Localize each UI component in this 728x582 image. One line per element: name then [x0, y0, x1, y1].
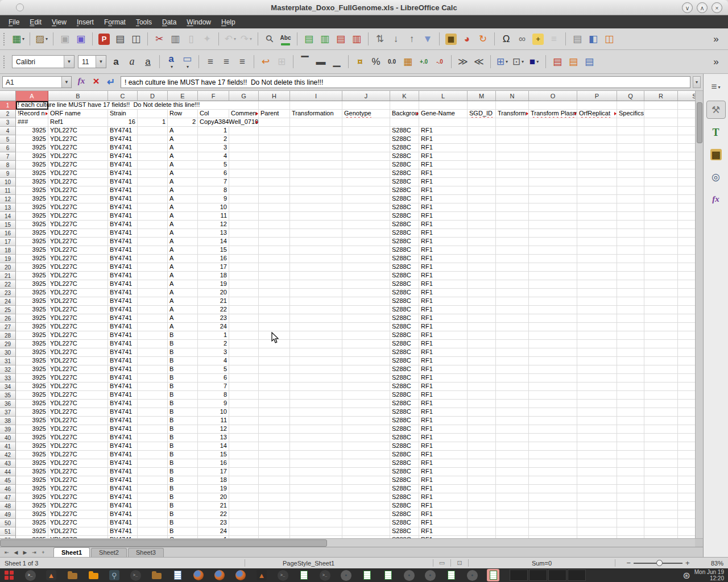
grid-cell[interactable] [644, 383, 678, 391]
grid-cell[interactable] [644, 468, 678, 476]
grid-cell[interactable] [342, 451, 390, 459]
grid-cell[interactable]: 3925 [16, 280, 48, 289]
grid-cell[interactable] [138, 280, 168, 289]
firefox-2-button[interactable] [213, 569, 226, 581]
grid-cell[interactable]: B [168, 331, 198, 340]
grid-cell[interactable] [259, 451, 290, 459]
grid-cell[interactable]: S288C [390, 289, 419, 297]
grid-cell[interactable]: RF1 [419, 212, 468, 221]
grid-cell[interactable]: 22 [198, 306, 229, 314]
grid-cell[interactable] [678, 485, 695, 493]
grid-cell[interactable] [617, 314, 644, 323]
grid-cell[interactable] [617, 306, 644, 314]
grid-cell[interactable] [468, 476, 496, 485]
grid-cell[interactable]: 3925 [16, 340, 48, 348]
grid-cell[interactable] [529, 144, 577, 152]
grid-cell[interactable] [644, 280, 678, 289]
grid-cell[interactable] [138, 485, 168, 493]
grid-cell[interactable] [468, 348, 496, 357]
grid-cell[interactable]: B [168, 459, 198, 468]
grid-cell[interactable] [468, 144, 496, 152]
grid-cell[interactable] [644, 340, 678, 348]
grid-cell[interactable]: S288C [390, 434, 419, 442]
grid-cell[interactable] [138, 348, 168, 357]
grid-cell[interactable] [342, 263, 390, 272]
grid-cell[interactable]: B [168, 434, 198, 442]
grid-cell[interactable] [678, 297, 695, 306]
grid-cell[interactable] [290, 357, 342, 365]
horizontal-scrollbar-thumb[interactable] [0, 539, 327, 547]
grid-cell[interactable] [678, 451, 695, 459]
menu-edit[interactable]: Edit [24, 16, 47, 28]
currency-format-button[interactable]: ¤ [353, 54, 367, 69]
grid-cell[interactable] [229, 212, 259, 221]
grid-cell[interactable] [138, 203, 168, 212]
grid-cell[interactable]: S288C [390, 246, 419, 255]
grid-cell[interactable]: Strain [108, 110, 138, 118]
grid-cell[interactable] [259, 135, 290, 144]
grid-cell[interactable]: YDL227C [48, 161, 108, 169]
grid-cell[interactable]: BY4741 [108, 306, 138, 314]
grid-cell[interactable] [496, 400, 529, 408]
row-header-12[interactable]: 12 [0, 195, 16, 203]
grid-cell[interactable] [468, 323, 496, 331]
grid-cell[interactable]: BY4741 [108, 459, 138, 468]
grid-cell[interactable] [529, 297, 577, 306]
grid-cell[interactable]: RF1 [419, 434, 468, 442]
grid-cell[interactable] [229, 331, 259, 340]
grid-cell[interactable] [342, 306, 390, 314]
row-header-43[interactable]: 43 [0, 459, 16, 468]
grid-cell[interactable] [617, 451, 644, 459]
grid-cell[interactable] [496, 203, 529, 212]
grid-cell[interactable]: A [168, 255, 198, 263]
grid-cell[interactable] [617, 527, 644, 536]
grid-cell[interactable] [290, 297, 342, 306]
grid-cell[interactable] [577, 263, 617, 272]
zoom-slider-handle[interactable] [656, 560, 663, 566]
grid-cell[interactable]: BY4741 [108, 323, 138, 331]
grid-cell[interactable]: Genotype [342, 110, 390, 118]
grid-cell[interactable]: 3925 [16, 476, 48, 485]
selection-mode-button[interactable]: ⊡ [451, 558, 468, 568]
grid-cell[interactable]: A [168, 323, 198, 331]
grid-cell[interactable]: ### [16, 118, 48, 127]
grid-cell[interactable] [617, 289, 644, 297]
menu-view[interactable]: View [47, 16, 72, 28]
grid-cell[interactable] [678, 272, 695, 280]
wrap-text-button[interactable]: ↩ [258, 54, 273, 69]
grid-cell[interactable] [644, 255, 678, 263]
grid-cell[interactable]: RF1 [419, 221, 468, 229]
grid-cell[interactable] [644, 493, 678, 502]
grid-cell[interactable] [138, 221, 168, 229]
grid-cell[interactable] [342, 195, 390, 203]
grid-cell[interactable]: RF1 [419, 365, 468, 374]
grid-cell[interactable] [468, 203, 496, 212]
grid-cell[interactable] [138, 331, 168, 340]
grid-cell[interactable]: YDL227C [48, 468, 108, 476]
row-header-40[interactable]: 40 [0, 434, 16, 442]
percent-format-button[interactable]: % [369, 54, 383, 69]
grid-cell[interactable] [617, 221, 644, 229]
font-color-button[interactable]: a▾ [164, 54, 179, 69]
grid-cell[interactable] [259, 144, 290, 152]
grid-cell[interactable] [577, 186, 617, 195]
grid-cell[interactable] [678, 417, 695, 425]
grid-cell[interactable]: A [168, 144, 198, 152]
grid-cell[interactable] [529, 348, 577, 357]
row-header-28[interactable]: 28 [0, 331, 16, 340]
grid-cell[interactable]: 22 [198, 510, 229, 519]
grid-cell[interactable] [644, 178, 678, 186]
grid-cell[interactable] [496, 357, 529, 365]
writer-document-button[interactable] [171, 569, 184, 581]
grid-cell[interactable] [290, 383, 342, 391]
page-style-status[interactable]: PageStyle_Sheet1 [245, 558, 433, 568]
grid-cell[interactable] [468, 246, 496, 255]
grid-cell[interactable] [229, 127, 259, 135]
app-circle-4-button[interactable]: ● [466, 569, 478, 581]
grid-cell[interactable] [529, 519, 577, 527]
grid-cell[interactable] [617, 476, 644, 485]
grid-cell[interactable]: 6 [198, 169, 229, 178]
column-header-O[interactable]: O [529, 91, 577, 101]
grid-cell[interactable] [529, 476, 577, 485]
print-button[interactable]: ▤ [113, 31, 127, 47]
